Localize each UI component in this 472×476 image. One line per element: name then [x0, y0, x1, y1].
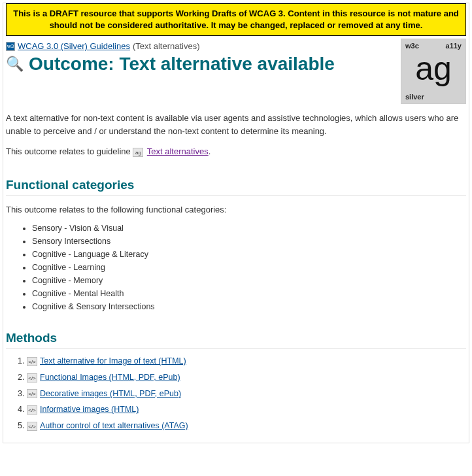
guideline-sentence: This outcome relates to guideline ag Tex…: [6, 145, 466, 158]
code-icon: </>: [27, 373, 37, 382]
draft-banner: This is a DRAFT resource that supports W…: [6, 3, 466, 36]
methods-item: </>Decorative images (HTML, PDF, ePub): [27, 389, 466, 399]
code-icon: </>: [27, 389, 37, 398]
code-icon: </>: [27, 422, 37, 431]
page-title: Outcome: Text alternative available: [29, 54, 335, 75]
guideline-suffix: .: [209, 146, 211, 156]
guideline-link[interactable]: Text alternatives: [147, 146, 209, 156]
logo-bottom-left: silver: [405, 93, 424, 101]
w3c-icon: w3: [6, 42, 15, 51]
logo-top-left: w3c: [405, 42, 419, 50]
methods-heading: Methods: [6, 331, 466, 348]
methods-item: </>Informative images (HTML): [27, 405, 466, 415]
breadcrumb-current: (Text alternatives): [133, 41, 200, 51]
functional-intro: This outcome relates to the following fu…: [6, 203, 466, 216]
logo-center: ag: [415, 52, 452, 85]
list-item: Sensory Intersections: [32, 237, 466, 246]
method-link[interactable]: Decorative images (HTML, PDF, ePub): [40, 389, 181, 398]
intro-paragraph: A text alternative for non-text content …: [6, 112, 466, 137]
list-item: Cognitive - Mental Health: [32, 289, 466, 298]
functional-list: Sensory - Vision & Visual Sensory Inters…: [6, 224, 466, 311]
breadcrumb: w3 WCAG 3.0 (Silver) Guidelines (Text al…: [6, 39, 394, 52]
breadcrumb-link[interactable]: WCAG 3.0 (Silver) Guidelines: [18, 41, 130, 51]
guideline-prefix: This outcome relates to guideline: [6, 146, 133, 156]
list-item: Cognitive - Memory: [32, 276, 466, 285]
method-link[interactable]: Author control of text alternatives (ATA…: [40, 421, 188, 430]
ag-logo: w3c a11y ag silver: [401, 39, 466, 104]
list-item: Cognitive & Sensory Intersections: [32, 302, 466, 311]
outcome-icon: 🔍: [6, 57, 24, 71]
method-link[interactable]: Functional Images (HTML, PDF, ePub): [40, 373, 180, 382]
methods-item: </>Functional Images (HTML, PDF, ePub): [27, 373, 466, 382]
code-icon: </>: [27, 357, 37, 366]
methods-list: </>Text alternative for Image of text (H…: [6, 356, 466, 431]
logo-top-right: a11y: [446, 42, 462, 50]
functional-heading: Functional categories: [6, 178, 466, 196]
method-link[interactable]: Informative images (HTML): [40, 405, 139, 414]
list-item: Cognitive - Learning: [32, 263, 466, 272]
list-item: Cognitive - Language & Literacy: [32, 250, 466, 259]
list-item: Sensory - Vision & Visual: [32, 224, 466, 233]
method-link[interactable]: Text alternative for Image of text (HTML…: [40, 356, 186, 366]
code-icon: </>: [27, 405, 37, 415]
methods-item: </>Author control of text alternatives (…: [27, 421, 466, 431]
guideline-icon: ag: [133, 148, 143, 157]
methods-item: </>Text alternative for Image of text (H…: [27, 356, 466, 366]
